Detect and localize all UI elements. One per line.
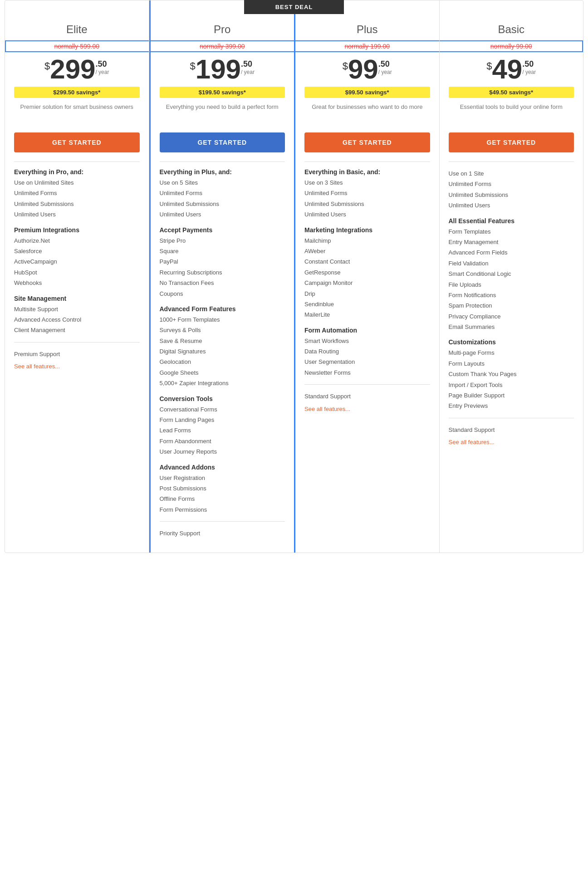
price-year-plus: / year [378, 69, 392, 75]
savings-badge-pro: $199.50 savings* [160, 87, 285, 98]
plan-description-plus: Great for businesses who want to do more [304, 103, 430, 125]
feature-item-plus-2: Unlimited Forms [304, 188, 430, 198]
get-started-btn-pro[interactable]: GET STARTED [160, 132, 285, 152]
price-main-basic: 49 [492, 56, 522, 83]
feature-item-plus-20: Standard Support [304, 391, 430, 401]
feature-item-basic-18: Custom Thank You Pages [449, 369, 574, 379]
price-year-basic: / year [522, 69, 536, 75]
price-display-elite: $299.50/ year [14, 56, 140, 83]
feature-divider-pro-31 [160, 521, 285, 522]
feature-item-elite-9: HubSpot [14, 267, 140, 278]
price-cents-basic: .50 [522, 59, 536, 69]
feature-item-plus-4: Unlimited Users [304, 209, 430, 220]
feature-item-plus-13: MailerLite [304, 309, 430, 320]
feature-item-plus-6: Mailchimp [304, 235, 430, 246]
price-dollar-basic: $ [486, 60, 492, 72]
feature-item-pro-3: Unlimited Submissions [160, 199, 285, 209]
feature-divider-elite-15 [14, 342, 140, 343]
feature-item-plus-11: Drip [304, 289, 430, 299]
feature-item-plus-7: AWeber [304, 246, 430, 256]
see-all-link-elite[interactable]: See all features... [14, 363, 60, 370]
feature-item-plus-3: Unlimited Submissions [304, 199, 430, 209]
feature-item-elite-14: Client Management [14, 325, 140, 335]
feature-divider-basic-22 [449, 418, 574, 418]
plan-description-elite: Premier solution for smart business owne… [14, 103, 140, 125]
feature-item-pro-10: No Transaction Fees [160, 278, 285, 288]
feature-item-elite-6: Authorize.Net [14, 235, 140, 246]
price-year-elite: / year [95, 69, 109, 75]
feature-item-basic-23: Standard Support [449, 425, 574, 435]
feature-section-pro-5: Accept Payments [160, 226, 285, 234]
get-started-btn-plus[interactable]: GET STARTED [304, 132, 430, 152]
plan-col-basic: Basicnormally 99.00$49.50/ year$49.50 sa… [440, 0, 583, 553]
feature-item-elite-1: Use on Unlimited Sites [14, 177, 140, 188]
plan-col-plus: Plusnormally 199.00$99.50/ year$99.50 sa… [295, 0, 440, 553]
savings-badge-basic: $49.50 savings* [449, 87, 574, 98]
feature-item-pro-17: Geolocation [160, 357, 285, 367]
feature-item-elite-12: Multisite Support [14, 304, 140, 314]
price-cents-elite: .50 [95, 59, 109, 69]
feature-item-pro-16: Digital Signatures [160, 346, 285, 357]
best-deal-banner: BEST DEAL [244, 0, 344, 14]
feature-item-basic-13: Privacy Compliance [449, 311, 574, 322]
feature-section-basic-15: Customizations [449, 338, 574, 346]
plan-col-elite: Elitenormally 599.00$299.50/ year$299.50… [5, 0, 149, 553]
feature-item-pro-18: Google Sheets [160, 367, 285, 378]
feature-item-plus-12: Sendinblue [304, 299, 430, 309]
price-display-pro: $199.50/ year [160, 56, 285, 83]
price-dollar-elite: $ [44, 60, 50, 72]
price-main-pro: 199 [196, 56, 241, 83]
price-cents-year-basic: .50/ year [522, 56, 536, 75]
savings-badge-elite: $299.50 savings* [14, 87, 140, 98]
price-display-basic: $49.50/ year [449, 56, 574, 83]
get-started-btn-basic[interactable]: GET STARTED [449, 132, 574, 152]
feature-item-pro-19: 5,000+ Zapier Integrations [160, 378, 285, 388]
price-cents-year-elite: .50/ year [95, 56, 109, 75]
divider-top-elite [14, 161, 140, 162]
feature-item-plus-8: Constant Contact [304, 256, 430, 267]
price-cents-year-plus: .50/ year [378, 56, 392, 75]
feature-item-elite-7: Salesforce [14, 246, 140, 256]
original-price-plus: normally 199.00 [344, 43, 390, 50]
feature-item-pro-28: Post Submissions [160, 483, 285, 494]
feature-item-basic-20: Page Builder Support [449, 390, 574, 401]
feature-section-pro-12: Advanced Form Features [160, 305, 285, 313]
feature-section-basic-4: All Essential Features [449, 217, 574, 225]
feature-item-basic-5: Form Templates [449, 226, 574, 237]
plan-name-basic: Basic [449, 10, 574, 36]
feature-section-pro-20: Conversion Tools [160, 395, 285, 402]
feature-item-elite-4: Unlimited Users [14, 209, 140, 220]
feature-item-plus-10: Campaign Monitor [304, 278, 430, 288]
see-all-link-basic[interactable]: See all features... [449, 439, 495, 445]
feature-item-basic-14: Email Summaries [449, 322, 574, 332]
feature-section-elite-11: Site Management [14, 295, 140, 302]
feature-item-pro-9: Recurring Subscriptions [160, 267, 285, 278]
get-started-btn-elite[interactable]: GET STARTED [14, 132, 140, 152]
feature-item-pro-21: Conversational Forms [160, 404, 285, 415]
feature-section-plus-0: Everything in Basic, and: [304, 168, 430, 176]
price-dollar-pro: $ [190, 60, 196, 72]
feature-item-plus-18: Newsletter Forms [304, 367, 430, 378]
feature-item-pro-8: PayPal [160, 256, 285, 267]
feature-item-basic-21: Entry Previews [449, 401, 574, 411]
feature-item-pro-32: Priority Support [160, 528, 285, 538]
feature-item-pro-29: Offline Forms [160, 494, 285, 504]
feature-item-pro-4: Unlimited Users [160, 209, 285, 220]
feature-item-pro-14: Surveys & Polls [160, 325, 285, 335]
feature-item-pro-7: Square [160, 246, 285, 256]
see-all-link-plus[interactable]: See all features... [304, 406, 350, 412]
feature-item-basic-16: Multi-page Forms [449, 347, 574, 358]
feature-item-pro-25: User Journey Reports [160, 446, 285, 457]
feature-item-pro-11: Coupons [160, 289, 285, 299]
feature-item-basic-11: Form Notifications [449, 290, 574, 300]
feature-item-elite-8: ActiveCampaign [14, 256, 140, 267]
divider-top-basic [449, 161, 574, 162]
feature-item-pro-24: Form Abandonment [160, 436, 285, 446]
original-price-row-elite: normally 599.00 [5, 40, 149, 52]
feature-item-elite-3: Unlimited Submissions [14, 199, 140, 209]
pricing-wrapper: BEST DEAL Elitenormally 599.00$299.50/ y… [0, 0, 588, 571]
feature-item-elite-10: Webhooks [14, 278, 140, 288]
feature-item-pro-15: Save & Resume [160, 336, 285, 346]
feature-section-plus-5: Marketing Integrations [304, 226, 430, 234]
feature-item-basic-6: Entry Management [449, 237, 574, 247]
